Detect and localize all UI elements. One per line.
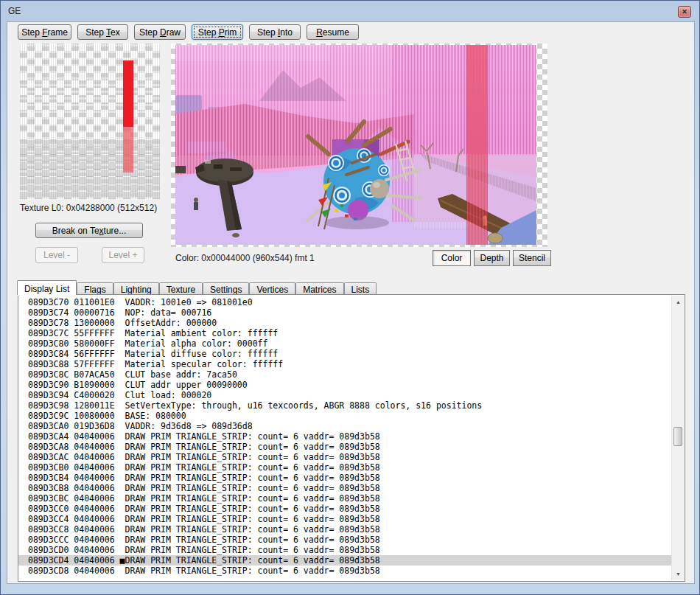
label: esume <box>323 27 349 38</box>
tab-texture[interactable]: Texture <box>159 282 203 295</box>
display-list-row[interactable]: 089D3C78 13000000 OffsetAddr: 000000 <box>28 318 672 328</box>
step-prim-button[interactable]: Step Prim <box>192 24 243 40</box>
display-list-row[interactable]: 089D3C80 580000FF Material alpha color: … <box>28 338 672 349</box>
display-list-rows: 089D3C70 011001E0 VADDR: 1001e0 => 08100… <box>18 296 672 581</box>
display-list-row[interactable]: 089D3C88 57FFFFFF Material specular colo… <box>28 359 672 369</box>
display-list-row[interactable]: 089D3C84 56FFFFFF Material diffuse color… <box>28 349 672 359</box>
framebuffer-label: Color: 0x00044000 (960x544) fmt 1 <box>175 253 315 263</box>
display-list-row[interactable]: 089D3CCC 04040006 DRAW PRIM TRIANGLE_STR… <box>28 535 672 545</box>
tab-flags[interactable]: Flags <box>77 282 113 295</box>
stencil-buffer-button[interactable]: Stencil <box>513 250 551 266</box>
scroll-down-icon: ▼ <box>676 571 681 577</box>
label: Step <box>198 27 219 38</box>
display-list-row[interactable]: 089D3CB4 04040006 DRAW PRIM TRIANGLE_STR… <box>28 473 672 483</box>
display-list-panel: 089D3C70 011001E0 VADDR: 1001e0 => 08100… <box>18 294 685 582</box>
label-accel: P <box>219 27 225 38</box>
label: rame <box>48 27 68 38</box>
scrollbar-thumb[interactable] <box>673 427 682 446</box>
level-plus-button[interactable]: Level + <box>102 247 144 263</box>
ge-debugger-window: { "window": { "title": "GE", "close_glyp… <box>0 0 700 595</box>
label-accel: R <box>316 27 323 38</box>
step-draw-button[interactable]: Step Draw <box>134 24 186 40</box>
display-list-row[interactable]: 089D3CD8 04040006 DRAW PRIM TRIANGLE_STR… <box>28 566 672 576</box>
title-bar[interactable]: GE ✕ <box>1 1 699 21</box>
label-accel: F <box>42 27 47 38</box>
break-on-texture-button[interactable]: Break on Texture... <box>35 223 143 238</box>
framebuffer-preview[interactable] <box>171 44 547 247</box>
tab-bar: Display List Flags Lighting Texture Sett… <box>17 280 377 295</box>
tab-vertices[interactable]: Vertices <box>249 282 295 295</box>
color-buffer-button[interactable]: Color <box>433 250 471 266</box>
framebuffer-scene <box>171 44 547 247</box>
depth-buffer-button[interactable]: Depth <box>474 250 510 266</box>
step-tex-button[interactable]: Step Tex <box>77 24 128 40</box>
display-list-row[interactable]: 089D3CBC 04040006 DRAW PRIM TRIANGLE_STR… <box>28 493 672 504</box>
window-title: GE <box>8 6 21 16</box>
label: Break on Te <box>52 226 99 236</box>
display-list-row[interactable]: 089D3CD0 04040006 DRAW PRIM TRIANGLE_STR… <box>28 545 672 555</box>
display-list-row[interactable]: 089D3C7C 55FFFFFF Material ambient color… <box>28 328 672 338</box>
label: ture... <box>104 226 127 236</box>
resume-button[interactable]: Resume <box>307 24 359 40</box>
texture-preview[interactable] <box>20 44 160 199</box>
display-list-row[interactable]: 089D3CC8 04040006 DRAW PRIM TRIANGLE_STR… <box>28 524 672 535</box>
display-list-row[interactable]: 089D3CB0 04040006 DRAW PRIM TRIANGLE_STR… <box>28 462 672 473</box>
scroll-up-icon: ▲ <box>676 299 681 305</box>
label: nto <box>280 27 293 38</box>
display-list-row[interactable]: 089D3CA8 04040006 DRAW PRIM TRIANGLE_STR… <box>28 442 672 452</box>
display-list-row[interactable]: 089D3C70 011001E0 VADDR: 1001e0 => 08100… <box>28 297 672 307</box>
vertical-scrollbar[interactable]: ▲ ▼ <box>671 296 684 580</box>
label: raw <box>167 27 181 38</box>
client-area: Step Frame Step Tex Step Draw Step Prim … <box>7 21 695 584</box>
tab-settings[interactable]: Settings <box>203 282 249 295</box>
step-frame-button[interactable]: Step Frame <box>18 24 71 40</box>
tab-lighting[interactable]: Lighting <box>113 282 159 295</box>
display-list-row[interactable]: 089D3CC4 04040006 DRAW PRIM TRIANGLE_STR… <box>28 514 672 524</box>
display-list-row[interactable]: 089D3CAC 04040006 DRAW PRIM TRIANGLE_STR… <box>28 452 672 462</box>
step-into-button[interactable]: Step Into <box>249 24 301 40</box>
display-list-row[interactable]: 089D3C94 C4000020 Clut load: 000020 <box>28 390 672 400</box>
label-accel: D <box>160 27 167 38</box>
level-minus-button[interactable]: Level - <box>35 247 78 263</box>
label: ex <box>111 27 120 38</box>
label: Step <box>139 27 160 38</box>
display-list-row[interactable]: 089D3CA4 04040006 DRAW PRIM TRIANGLE_STR… <box>28 431 672 442</box>
tab-display-list[interactable]: Display List <box>17 280 77 295</box>
texture-label: Texture L0: 0x04288000 (512x512) <box>20 203 157 213</box>
texture-noise-bottom <box>20 140 160 199</box>
scroll-down-button[interactable]: ▼ <box>672 568 685 580</box>
display-list-row[interactable]: 089D3CD4 04040006 ■DRAW PRIM TRIANGLE_ST… <box>18 555 675 566</box>
tab-matrices[interactable]: Matrices <box>295 282 343 295</box>
display-list-row[interactable]: 089D3C8C B07ACA50 CLUT base addr: 7aca50 <box>28 369 672 380</box>
display-list-row[interactable]: 089D3C9C 10080000 BASE: 080000 <box>28 411 672 421</box>
texture-red-bar <box>123 60 133 173</box>
display-list-row[interactable]: 089D3C90 B1090000 CLUT addr upper 000900… <box>28 380 672 390</box>
scroll-up-button[interactable]: ▲ <box>672 296 685 308</box>
display-list-row[interactable]: 089D3CB8 04040006 DRAW PRIM TRIANGLE_STR… <box>28 483 672 493</box>
tab-lists[interactable]: Lists <box>344 282 377 295</box>
label: Step <box>257 27 278 38</box>
display-list-row[interactable]: 089D3C98 1280011E SetVertexType: through… <box>28 400 672 411</box>
label: Step <box>21 27 42 38</box>
label: Step <box>85 27 106 38</box>
close-button[interactable]: ✕ <box>678 6 691 18</box>
label: rim <box>225 27 237 38</box>
display-list-row[interactable]: 089D3CA0 019D36D8 VADDR: 9d36d8 => 089d3… <box>28 421 672 431</box>
display-list-row[interactable]: 089D3C74 00000716 NOP: data= 000716 <box>28 307 672 318</box>
display-list-row[interactable]: 089D3CC0 04040006 DRAW PRIM TRIANGLE_STR… <box>28 504 672 514</box>
close-icon: ✕ <box>682 8 687 15</box>
